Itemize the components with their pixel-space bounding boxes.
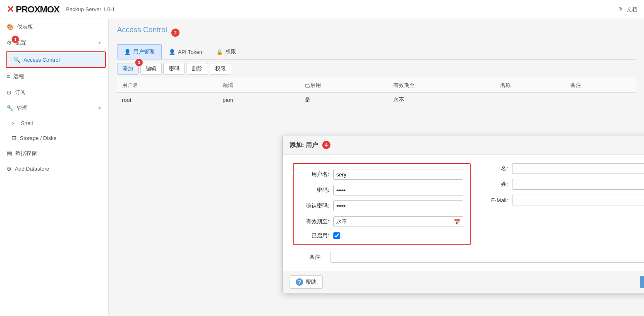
dialog-body: 用户名: 密码: 确认密码: bbox=[283, 155, 644, 271]
config-icon: ⚙ bbox=[7, 39, 12, 46]
add-btn-wrapper: 添加 3 bbox=[117, 63, 139, 75]
user-table: 用户名 ↑ 领域 ↑ 已启用 有效期至 名称 备注 bbox=[117, 78, 636, 107]
permissions-button[interactable]: 权限 bbox=[210, 63, 231, 75]
expiry-label: 有效期至: bbox=[300, 218, 333, 225]
sidebar-item-config[interactable]: ⚙ 配置 ▼ 1 bbox=[0, 35, 108, 51]
page-title-row: Access Control 2 bbox=[117, 26, 636, 39]
form-row-comment: 备注: bbox=[293, 252, 644, 263]
form-left-section: 用户名: 密码: 确认密码: bbox=[293, 163, 471, 245]
step-badge-4: 4 bbox=[322, 141, 330, 149]
email-input[interactable] bbox=[512, 195, 644, 205]
enabled-checkbox[interactable] bbox=[333, 232, 340, 239]
email-label: E-Mail: bbox=[487, 197, 512, 203]
toolbar: 添加 3 编辑 密码 删除 权限 bbox=[117, 60, 636, 78]
step-badge-2: 2 bbox=[171, 29, 180, 37]
sort-icon: ↑ bbox=[140, 83, 142, 88]
sidebar-item-add-datastore[interactable]: ⊕ Add Datastore bbox=[0, 161, 108, 176]
chevron-down-icon: ▼ bbox=[98, 106, 102, 111]
dialog-title-row: 添加: 用户 4 bbox=[290, 141, 330, 149]
table-row[interactable]: root pam 是 永不 bbox=[117, 93, 636, 107]
col-name: 名称 bbox=[495, 78, 565, 93]
api-icon: 👤 bbox=[169, 49, 175, 55]
doc-icon: 🗎 bbox=[618, 6, 623, 12]
sidebar-item-label: 远程 bbox=[13, 73, 24, 80]
confirm-password-input[interactable] bbox=[333, 200, 463, 211]
add-datastore-icon: ⊕ bbox=[7, 165, 12, 172]
storage-icon: ⊟ bbox=[12, 135, 17, 141]
tab-label: API Token bbox=[178, 49, 202, 55]
sidebar: 🎨 仪表板 ⚙ 配置 ▼ 1 🔍 Access Control ≡ 远程 ⊙ bbox=[0, 19, 109, 316]
expiry-input[interactable]: 永不 📅 bbox=[333, 216, 463, 227]
sidebar-item-label: Access Control bbox=[24, 57, 60, 63]
dashboard-icon: 🎨 bbox=[7, 24, 14, 30]
sidebar-item-access-control[interactable]: 🔍 Access Control bbox=[6, 51, 106, 68]
calendar-icon: 📅 bbox=[454, 219, 460, 225]
dialog-title: 添加: 用户 bbox=[290, 141, 318, 149]
cell-note bbox=[565, 93, 636, 107]
col-note: 备注 bbox=[565, 78, 636, 93]
confirm-password-label: 确认密码: bbox=[300, 202, 333, 210]
doc-label[interactable]: 文档 bbox=[627, 6, 637, 13]
form-row-password: 密码: bbox=[300, 185, 463, 195]
main-area: 🎨 仪表板 ⚙ 配置 ▼ 1 🔍 Access Control ≡ 远程 ⊙ bbox=[0, 19, 644, 316]
cell-name bbox=[495, 93, 565, 107]
cell-enabled: 是 bbox=[300, 93, 388, 107]
edit-button[interactable]: 编辑 bbox=[140, 63, 162, 75]
step-badge-3: 3 bbox=[135, 59, 143, 66]
form-row-confirm-password: 确认密码: bbox=[300, 200, 463, 211]
data-storage-icon: ▤ bbox=[7, 150, 12, 157]
password-button[interactable]: 密码 bbox=[163, 63, 185, 75]
tab-bar: 👤 用户管理 👤 API Token 🔒 权限 bbox=[117, 44, 636, 60]
password-input[interactable] bbox=[333, 185, 463, 195]
sidebar-item-label: 仪表板 bbox=[17, 23, 33, 31]
sidebar-item-shell[interactable]: >_ Shell bbox=[0, 116, 108, 130]
sort-icon: ↑ bbox=[235, 83, 237, 88]
cell-username: root bbox=[117, 93, 218, 107]
tab-api-token[interactable]: 👤 API Token bbox=[162, 45, 209, 59]
dialog-add-button[interactable]: 添加 bbox=[640, 276, 644, 288]
page-title: Access Control bbox=[117, 26, 167, 34]
cell-realm: pam bbox=[218, 93, 300, 107]
firstname-label: 名: bbox=[487, 165, 512, 172]
delete-button[interactable]: 删除 bbox=[187, 63, 208, 75]
tab-permissions[interactable]: 🔒 权限 bbox=[209, 44, 243, 59]
sidebar-item-storage-disks[interactable]: ⊟ Storage / Disks bbox=[0, 130, 108, 145]
form-row-expiry: 有效期至: 永不 📅 bbox=[300, 216, 463, 227]
tab-user-management[interactable]: 👤 用户管理 bbox=[117, 44, 162, 59]
sidebar-item-subscription[interactable]: ⊙ 订阅 bbox=[0, 84, 108, 100]
sidebar-sub-access-control: 🔍 Access Control bbox=[0, 51, 108, 68]
add-user-dialog: 添加: 用户 4 ⊗ 用户名: 密码 bbox=[282, 135, 644, 293]
username-input[interactable] bbox=[333, 169, 463, 180]
dialog-footer: ? 帮助 添加 bbox=[283, 271, 644, 293]
comment-label: 备注: bbox=[293, 253, 326, 261]
shell-icon: >_ bbox=[12, 121, 17, 126]
dialog-header: 添加: 用户 4 ⊗ bbox=[283, 135, 644, 155]
top-bar-right: 🗎 文档 bbox=[618, 6, 637, 13]
sidebar-item-remote[interactable]: ≡ 远程 bbox=[0, 69, 108, 84]
comment-input[interactable] bbox=[330, 252, 644, 263]
logo-text: PROXMOX bbox=[16, 4, 59, 15]
logo: ✕ PROXMOX bbox=[7, 4, 59, 15]
tab-label: 权限 bbox=[225, 48, 236, 55]
lastname-input[interactable] bbox=[512, 179, 644, 190]
sidebar-item-data-storage[interactable]: ▤ 数据存储 bbox=[0, 145, 108, 161]
form-row-firstname: 名: bbox=[487, 163, 644, 174]
sidebar-item-management[interactable]: 🔧 管理 ▼ bbox=[0, 100, 108, 116]
lastname-label: 姓: bbox=[487, 181, 512, 188]
sidebar-item-label: 订阅 bbox=[15, 89, 26, 96]
management-icon: 🔧 bbox=[7, 105, 14, 111]
expiry-value: 永不 bbox=[336, 218, 347, 225]
subscription-icon: ⊙ bbox=[7, 89, 12, 96]
tab-label: 用户管理 bbox=[133, 48, 155, 55]
enabled-checkbox-wrap bbox=[333, 232, 340, 239]
add-button[interactable]: 添加 bbox=[117, 63, 139, 75]
sidebar-item-label: 数据存储 bbox=[15, 150, 37, 157]
help-button[interactable]: ? 帮助 bbox=[290, 275, 323, 289]
cell-expiry: 永不 bbox=[388, 93, 495, 107]
form-grid: 用户名: 密码: 确认密码: bbox=[293, 163, 644, 245]
form-row-lastname: 姓: bbox=[487, 179, 644, 190]
sidebar-item-dashboard[interactable]: 🎨 仪表板 bbox=[0, 19, 108, 35]
content-area: Access Control 2 👤 用户管理 👤 API Token 🔒 权限 bbox=[109, 19, 644, 316]
sidebar-item-label: 管理 bbox=[17, 104, 28, 112]
firstname-input[interactable] bbox=[512, 163, 644, 174]
